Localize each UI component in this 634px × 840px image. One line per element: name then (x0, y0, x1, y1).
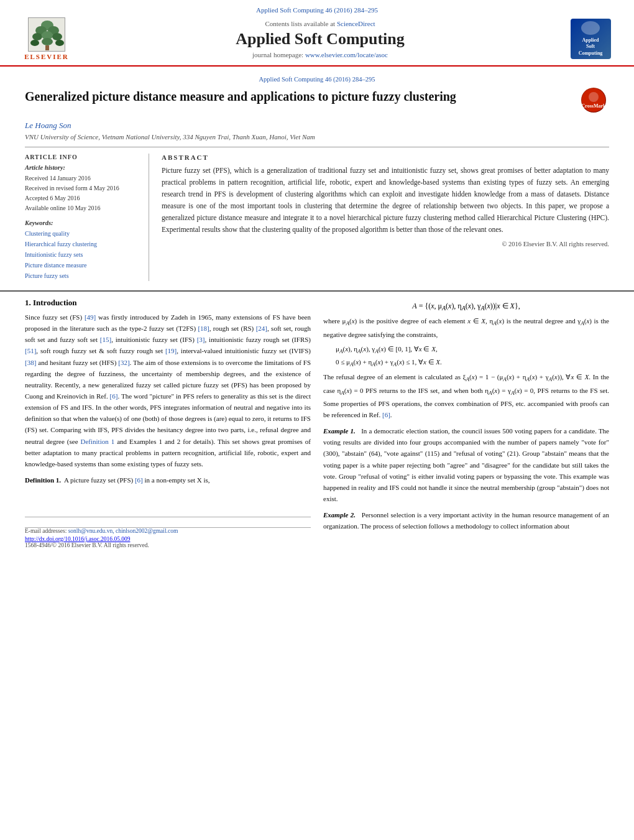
available-date: Available online 10 May 2016 (25, 203, 139, 213)
footer-separator (25, 517, 311, 521)
history-label: Article history: (25, 164, 139, 171)
svg-point-12 (589, 92, 599, 102)
asc-badge: AppliedSoftComputing (571, 19, 611, 59)
keyword-3: Intuitionistic fuzzy sets (25, 249, 139, 260)
svg-point-6 (52, 33, 62, 40)
received-date: Received 14 January 2016 (25, 173, 139, 183)
article-ref-text: Applied Soft Computing 46 (2016) 284–295 (259, 76, 375, 83)
elsevier-tree-svg (29, 18, 65, 52)
science-direct-bar: Contents lists available at ScienceDirec… (75, 20, 566, 27)
elsevier-logo: ELSEVIER (19, 17, 75, 60)
article-info-panel: ARTICLE INFO Article history: Received 1… (25, 154, 149, 281)
article-info-heading: ARTICLE INFO (25, 154, 139, 160)
footer-section: E-mail addresses: sonlh@vnu.edu.vn, chin… (25, 527, 311, 548)
abstract-text: Picture fuzzy set (PFS), which is a gene… (162, 165, 609, 236)
abstract-heading: ABSTRACT (162, 154, 609, 161)
author-affiliation: VNU University of Science, Vietnam Natio… (25, 133, 609, 141)
svg-rect-10 (45, 45, 49, 50)
refusal-text: The refusal degree of an element is calc… (323, 371, 609, 420)
main-content: 1. Introduction Since fuzzy set (FS) [49… (0, 290, 634, 561)
svg-point-8 (42, 38, 53, 45)
keyword-1: Clustering quality (25, 228, 139, 239)
right-column: A = {(x, μA(x), ηA(x), γA(x))|x ∈ X}, wh… (323, 298, 609, 548)
constraint-1: μA(x), ηA(x), γA(x) ∈ [0, 1], ∀x ∈ X, (336, 345, 609, 354)
example-1-block: Example 1. In a democratic election stat… (323, 425, 609, 504)
keywords-label: Keywords: (25, 219, 139, 226)
crossmark-logo[interactable]: CrossMark (581, 88, 609, 116)
footer-doi: http://dx.doi.org/10.1016/j.asoc.2016.05… (25, 536, 311, 542)
keyword-4: Picture distance measure (25, 260, 139, 270)
keywords-section: Keywords: Clustering quality Hierarchica… (25, 219, 139, 281)
math-set-A: A = {(x, μA(x), ηA(x), γA(x))|x ∈ X}, (323, 302, 609, 312)
journal-title: Applied Soft Computing (75, 30, 566, 48)
svg-point-7 (30, 40, 39, 46)
elsevier-tree-image (28, 17, 65, 52)
article-top-ref: Applied Soft Computing 46 (2016) 284–295 (25, 76, 609, 83)
where-text: where μA(x) is the positive degree of ea… (323, 315, 609, 339)
article-info-abstract: ARTICLE INFO Article history: Received 1… (25, 147, 609, 281)
journal-top-bar: Applied Soft Computing 46 (2016) 284–295 (19, 6, 615, 14)
contents-list-text: Contents lists available at (265, 20, 335, 27)
asc-circle-graphic (581, 21, 600, 35)
crossmark-circle: CrossMark (581, 88, 606, 113)
section-1-heading: 1. Introduction (25, 298, 311, 308)
asc-badge-text: AppliedSoftComputing (579, 37, 603, 57)
keyword-2: Hierarchical fuzzy clustering (25, 239, 139, 249)
keyword-5: Picture fuzzy sets (25, 270, 139, 281)
email-addresses: sonlh@vnu.edu.vn, chinlson2002@gmail.com (68, 528, 178, 534)
article-title-section: Generalized picture distance measure and… (25, 88, 609, 116)
homepage-label: journal homepage: (252, 51, 303, 58)
left-column: 1. Introduction Since fuzzy set (FS) [49… (25, 298, 311, 548)
svg-point-9 (55, 40, 64, 46)
footer-copyright: 1568-4946/© 2016 Elsevier B.V. All right… (25, 542, 311, 548)
author-name: Le Hoang Son (25, 121, 609, 131)
accepted-date: Accepted 6 May 2016 (25, 193, 139, 203)
intro-paragraph-1: Since fuzzy set (FS) [49] was firstly in… (25, 312, 311, 469)
homepage-link[interactable]: www.elsevier.com/locate/asoc (305, 51, 388, 58)
svg-point-4 (32, 33, 42, 40)
elsevier-text: ELSEVIER (24, 53, 69, 60)
section-number: 1. (25, 298, 31, 307)
journal-middle: ELSEVIER Contents lists available at Sci… (19, 17, 615, 65)
page: Applied Soft Computing 46 (2016) 284–295 (0, 0, 634, 840)
footer-email: E-mail addresses: sonlh@vnu.edu.vn, chin… (25, 528, 311, 534)
article-area: Applied Soft Computing 46 (2016) 284–295… (0, 67, 634, 287)
abstract-copyright: © 2016 Elsevier B.V. All rights reserved… (162, 241, 609, 247)
example-2-block: Example 2. Personnel selection is a very… (323, 509, 609, 532)
email-label: E-mail addresses: (25, 528, 67, 534)
definition-1-heading: Definition 1. (25, 476, 61, 484)
article-title: Generalized picture distance measure and… (25, 88, 456, 105)
science-direct-link[interactable]: ScienceDirect (337, 20, 375, 27)
homepage-bar: journal homepage: www.elsevier.com/locat… (75, 51, 566, 58)
example-1-heading: Example 1. (323, 427, 356, 435)
example-2-heading: Example 2. (323, 511, 356, 519)
journal-header: Applied Soft Computing 46 (2016) 284–295 (0, 0, 634, 67)
received-revised-date: Received in revised form 4 May 2016 (25, 183, 139, 193)
constraint-2: 0 ≤ μA(x) + ηA(x) + γA(x) ≤ 1, ∀x ∈ X. (336, 358, 609, 367)
top-ref-text: Applied Soft Computing 46 (2016) 284–295 (256, 6, 378, 14)
doi-link[interactable]: http://dx.doi.org/10.1016/j.asoc.2016.05… (25, 536, 131, 542)
asc-logo-right: AppliedSoftComputing (566, 19, 615, 59)
svg-text:CrossMark: CrossMark (582, 103, 606, 109)
abstract-section: ABSTRACT Picture fuzzy set (PFS), which … (162, 154, 609, 281)
two-column-layout: 1. Introduction Since fuzzy set (FS) [49… (25, 298, 609, 548)
section-title: Introduction (33, 298, 77, 307)
journal-center: Contents lists available at ScienceDirec… (75, 20, 566, 58)
definition-1-block: Definition 1. A picture fuzzy set (PFS) … (25, 474, 311, 486)
